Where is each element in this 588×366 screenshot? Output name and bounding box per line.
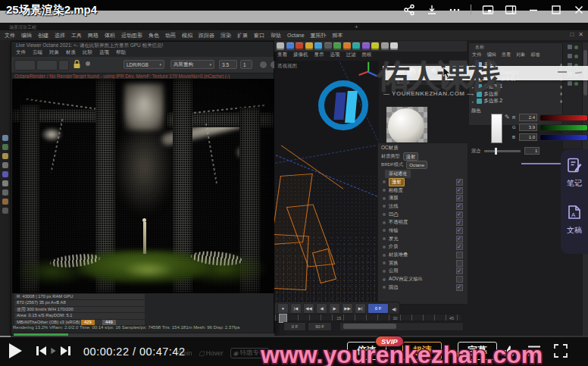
doc-icon[interactable]: A (566, 204, 583, 221)
minimize-icon[interactable] (527, 3, 540, 16)
tool-icon[interactable] (371, 42, 379, 50)
tool-icon[interactable] (2, 180, 8, 186)
material-type-dropdown[interactable]: 漫射 (403, 152, 418, 161)
mix-slider[interactable] (484, 150, 521, 152)
share-icon[interactable] (402, 3, 415, 16)
doc-button[interactable]: 文稿 (567, 225, 582, 236)
channel-checkbox[interactable] (456, 179, 463, 186)
menu-item[interactable]: 选择 (55, 32, 65, 39)
round-button[interactable] (259, 61, 267, 69)
menu-item[interactable]: 摄像机 (293, 52, 308, 58)
note-button[interactable]: 笔记 (567, 178, 582, 189)
channel-checkbox[interactable] (456, 195, 463, 202)
channel-checkbox[interactable] (456, 236, 463, 242)
close-layout-icon[interactable]: ✕ (578, 31, 583, 38)
display-mode-dropdown[interactable]: LDR/RGB▾ (124, 60, 164, 69)
step-icon[interactable] (50, 346, 57, 355)
tool-icon[interactable] (2, 199, 8, 205)
brdf-dropdown[interactable]: Octane (406, 161, 427, 169)
menu-item[interactable]: 角色 (149, 32, 159, 39)
tag-icon[interactable] (574, 82, 578, 86)
transport-button[interactable]: ● (277, 303, 289, 314)
menu-item[interactable]: 编辑 (21, 32, 32, 39)
mini-player-icon[interactable] (504, 3, 517, 16)
color-slider[interactable] (540, 114, 588, 121)
channel-checkbox[interactable] (456, 260, 463, 267)
tag-icon[interactable] (568, 81, 572, 86)
tool-icon[interactable] (362, 42, 370, 50)
menu-item[interactable]: 网格 (88, 32, 99, 39)
tool-icon[interactable] (2, 162, 8, 168)
material-channel-row[interactable]: 置换 (380, 259, 466, 267)
channel-checkbox[interactable] (456, 267, 463, 274)
channel-checkbox[interactable] (456, 187, 463, 194)
filter-dropdown[interactable]: 高斯重构▾ (170, 60, 214, 69)
layout-icon[interactable]: □ (570, 31, 574, 38)
tool-icon[interactable] (352, 42, 360, 50)
color-value-field[interactable]: 2.4 (519, 114, 537, 121)
color-slider[interactable] (540, 124, 588, 131)
picker-icon[interactable]: ✎ (505, 114, 510, 120)
transport-button[interactable]: |◀ (290, 303, 302, 314)
transport-button[interactable]: ◀◀ (303, 303, 314, 314)
tool-icon[interactable] (305, 42, 313, 50)
material-channel-row[interactable]: AOV自定义输出 (380, 275, 466, 283)
menu-item[interactable]: 标签 (531, 52, 540, 58)
tool-icon[interactable] (277, 42, 284, 50)
menu-item[interactable]: 查看 (277, 52, 287, 58)
color-swatch[interactable] (491, 114, 502, 143)
menu-item[interactable]: 材质 (66, 49, 76, 56)
menu-item[interactable]: 面板 (362, 52, 372, 58)
tool-icon[interactable] (296, 42, 303, 50)
tool-icon[interactable] (286, 42, 294, 50)
menu-item[interactable]: 创建 (38, 32, 48, 39)
next-button[interactable] (61, 346, 70, 355)
menu-item[interactable]: 运动图形 (121, 32, 142, 39)
color-slider[interactable] (540, 134, 588, 141)
menu-item[interactable]: 工具 (71, 32, 82, 39)
transport-button[interactable]: ▶▶ (342, 303, 353, 314)
channel-checkbox[interactable] (456, 276, 463, 283)
transport-button[interactable]: ▶ (329, 303, 340, 314)
new-tab-icon[interactable]: + (355, 23, 358, 30)
menu-item[interactable]: 文件 (5, 32, 15, 39)
menu-item[interactable]: 对象 (49, 49, 59, 56)
tool-icon[interactable] (2, 171, 8, 177)
color-value-field[interactable]: 3.9 (519, 124, 537, 131)
tag-icon[interactable] (568, 54, 572, 58)
menu-item[interactable]: 选项 (99, 49, 109, 56)
material-channel-row[interactable]: 介质 (380, 243, 466, 252)
mix-value-field[interactable]: 1 (524, 147, 540, 155)
transport-button[interactable]: ▶| (355, 303, 366, 314)
prev-button[interactable] (36, 346, 46, 355)
channel-checkbox[interactable] (456, 243, 463, 250)
menu-item[interactable]: 扩展 (237, 32, 248, 39)
menu-item[interactable]: 过滤 (346, 52, 356, 58)
tool-icon[interactable] (324, 42, 332, 50)
toolbar-group[interactable] (36, 60, 58, 70)
tag-icon[interactable] (574, 45, 578, 49)
ghost-button[interactable]: ▢ Hover (199, 349, 223, 357)
channel-checkbox[interactable] (456, 227, 463, 234)
material-channel-row[interactable]: 不透明度 (380, 218, 466, 227)
transport-button[interactable]: ◀ (316, 303, 327, 314)
menu-item[interactable]: 显示 (314, 52, 324, 58)
tool-icon[interactable] (390, 42, 398, 50)
menu-item[interactable]: 选项 (330, 52, 340, 58)
material-channel-row[interactable]: 粗糙度 (380, 186, 466, 195)
lock-icon[interactable] (72, 59, 82, 70)
more-icon[interactable] (448, 3, 461, 16)
tool-icon[interactable] (2, 189, 8, 196)
material-channel-row[interactable]: 凹凸 (380, 211, 466, 219)
tool-icon[interactable] (343, 42, 351, 50)
menu-item[interactable]: 脚本 (333, 32, 343, 39)
value-field[interactable]: 1 (240, 60, 252, 69)
tag-icon[interactable] (574, 55, 578, 58)
tool-icon[interactable] (381, 42, 389, 50)
material-channel-row[interactable]: 发光 (380, 235, 466, 243)
tool-icon[interactable] (333, 42, 341, 50)
pip-icon[interactable] (481, 3, 494, 16)
material-channel-row[interactable]: 传输 (380, 227, 466, 235)
fullscreen-icon[interactable] (553, 343, 568, 358)
color-value-field[interactable]: 1.0 (519, 133, 537, 141)
